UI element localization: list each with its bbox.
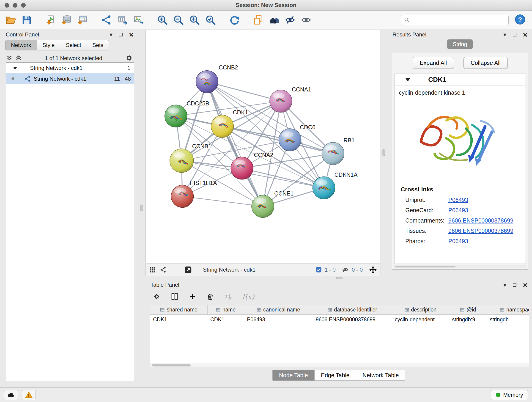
network-options-button[interactable] xyxy=(125,54,133,63)
tab-network-table[interactable]: Network Table xyxy=(356,370,405,381)
search-box[interactable] xyxy=(401,15,509,25)
right-splitter-handle[interactable] xyxy=(382,149,385,156)
tree-expand-caret-icon[interactable] xyxy=(13,66,17,70)
column-header-database-identifier[interactable]: database identifier xyxy=(313,305,392,314)
tab-edge-table[interactable]: Edge Table xyxy=(314,370,356,381)
table-cell[interactable]: stringdb xyxy=(487,315,529,324)
column-header-name[interactable]: name xyxy=(208,305,244,314)
network-node-rb1[interactable] xyxy=(322,142,344,165)
network-edge[interactable] xyxy=(182,196,263,206)
network-node-hist1h1a[interactable] xyxy=(171,185,194,208)
network-view[interactable]: CCNB2CCNA1CDC25BCDK1CDC6RB1CCNB1CCNA2CDK… xyxy=(145,30,381,263)
table-cell[interactable]: CDK1 xyxy=(208,315,244,324)
tab-network[interactable]: Network xyxy=(5,40,37,51)
network-node-ccna2[interactable] xyxy=(231,157,253,179)
export-image-button[interactable] xyxy=(132,13,145,27)
import-table-button[interactable] xyxy=(76,13,89,27)
table-options-button[interactable] xyxy=(153,293,161,301)
tab-select[interactable]: Select xyxy=(60,40,87,51)
fit-content-crosshair-icon[interactable] xyxy=(369,266,377,274)
network-node-ccnb2[interactable] xyxy=(196,70,218,93)
home-button[interactable] xyxy=(267,13,281,27)
zoom-fit-button[interactable] xyxy=(188,13,201,27)
results-hscrollbar[interactable] xyxy=(394,265,526,268)
search-input[interactable] xyxy=(412,17,506,23)
show-panel-button[interactable] xyxy=(299,13,313,27)
column-header-namespace[interactable]: namespace xyxy=(487,305,529,314)
hidden-eye-slash-icon[interactable] xyxy=(342,267,348,273)
clear-table-button[interactable] xyxy=(224,293,232,301)
zoom-out-button[interactable] xyxy=(172,13,185,27)
show-columns-button[interactable] xyxy=(171,293,178,301)
new-network-button[interactable] xyxy=(100,13,113,27)
column-header-description[interactable]: description xyxy=(392,305,449,314)
left-splitter-handle[interactable] xyxy=(140,205,143,211)
hide-panel-button[interactable] xyxy=(283,13,297,27)
memory-button[interactable]: Memory xyxy=(491,390,528,400)
table-cell[interactable]: cyclin-dependent ... xyxy=(392,315,449,324)
function-builder-button[interactable]: f(x) xyxy=(242,293,254,301)
float-results-icon[interactable] xyxy=(513,33,516,36)
delete-column-button[interactable] xyxy=(206,293,214,301)
tab-node-table[interactable]: Node Table xyxy=(272,370,315,381)
open-session-button[interactable] xyxy=(4,13,17,27)
collapse-all-networks-button[interactable] xyxy=(6,55,13,62)
table-row[interactable]: CDK1CDK1P064939606.ENSP00000378699cyclin… xyxy=(150,315,529,324)
add-column-button[interactable] xyxy=(189,293,196,301)
collapse-all-button[interactable]: Collapse All xyxy=(463,57,508,69)
cloud-button[interactable] xyxy=(4,390,18,400)
crosslink-link[interactable]: P06493 xyxy=(448,197,468,203)
import-network-database-button[interactable] xyxy=(60,13,73,27)
string-tab-badge[interactable]: String xyxy=(447,39,473,49)
export-network-icon[interactable] xyxy=(184,266,192,274)
network-node-cdk1[interactable] xyxy=(211,115,234,138)
results-hscroll-thumb[interactable] xyxy=(395,266,456,268)
network-node-ccnb1[interactable] xyxy=(170,149,194,172)
selected-checkbox-icon[interactable] xyxy=(316,267,322,273)
table-hscroll-thumb[interactable] xyxy=(152,364,191,366)
collapse-table-icon[interactable]: ▾ xyxy=(503,282,506,288)
network-collection-row[interactable]: String Network - cdk1 1 xyxy=(6,63,134,73)
expand-all-button[interactable]: Expand All xyxy=(413,57,454,69)
import-network-file-button[interactable] xyxy=(44,13,57,27)
refresh-button[interactable] xyxy=(228,13,241,27)
warnings-button[interactable] xyxy=(22,390,36,400)
network-node-cdkn1a[interactable] xyxy=(313,177,335,199)
close-panel-icon[interactable]: × xyxy=(129,31,133,38)
network-canvas[interactable]: CCNB2CCNA1CDC25BCDK1CDC6RB1CCNB1CCNA2CDK… xyxy=(146,30,380,263)
crosslink-link[interactable]: 9606.ENSP00000378699 xyxy=(448,228,513,234)
network-node-cdc25b[interactable] xyxy=(165,105,187,127)
table-cell[interactable]: P06493 xyxy=(244,315,313,324)
network-node-cdc6[interactable] xyxy=(279,128,301,151)
crosslink-link[interactable]: 9606.ENSP00000378699 xyxy=(448,217,513,224)
network-node-ccna1[interactable] xyxy=(270,90,292,112)
table-hscrollbar[interactable] xyxy=(150,363,529,367)
table-cell[interactable]: CDK1 xyxy=(150,315,208,324)
help-button[interactable]: ? xyxy=(515,14,526,26)
float-panel-icon[interactable] xyxy=(119,33,123,36)
clone-network-button[interactable] xyxy=(116,13,129,27)
network-row[interactable]: String Network - cdk1 11 48 xyxy=(6,73,134,84)
column-header-canonical-name[interactable]: canonical name xyxy=(244,305,313,314)
gene-section-header[interactable]: CDK1 xyxy=(395,74,526,86)
tab-style[interactable]: Style xyxy=(37,40,60,51)
network-overview-icon[interactable] xyxy=(160,267,167,273)
collapse-results-icon[interactable]: ▾ xyxy=(503,32,506,38)
grid-view-icon[interactable] xyxy=(149,267,156,273)
table-cell[interactable]: stringdb:9... xyxy=(449,315,487,324)
node-table[interactable]: shared namenamecanonical namedatabase id… xyxy=(150,305,529,367)
tab-sets[interactable]: Sets xyxy=(87,40,109,51)
copy-button[interactable] xyxy=(251,13,265,27)
expand-all-networks-button[interactable] xyxy=(15,55,22,62)
network-edge[interactable] xyxy=(242,168,324,188)
float-table-icon[interactable] xyxy=(513,283,516,287)
section-caret-icon[interactable] xyxy=(405,78,410,82)
close-results-icon[interactable]: × xyxy=(523,31,527,38)
close-table-icon[interactable]: × xyxy=(523,281,527,289)
crosslink-link[interactable]: P06493 xyxy=(448,207,468,214)
column-header-shared-name[interactable]: shared name xyxy=(150,305,208,314)
save-session-button[interactable] xyxy=(20,13,33,27)
network-node-ccne1[interactable] xyxy=(252,195,274,218)
collapse-panel-icon[interactable]: ▾ xyxy=(109,32,113,38)
zoom-selected-button[interactable] xyxy=(204,13,217,27)
